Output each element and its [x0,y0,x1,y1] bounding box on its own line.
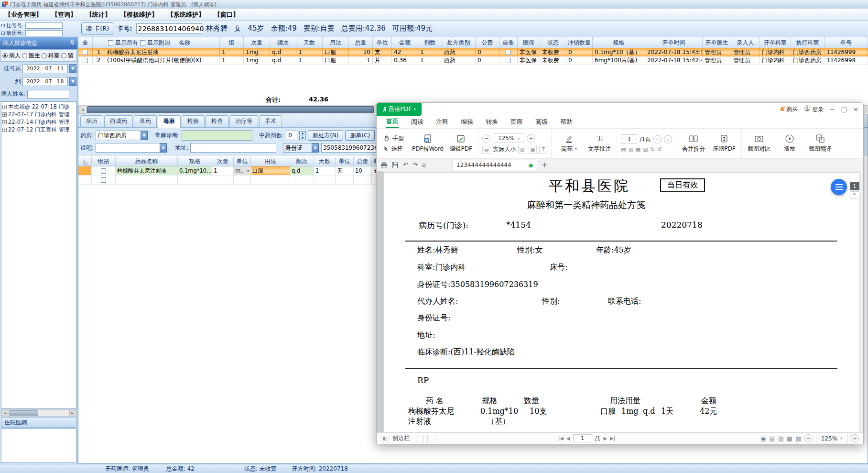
self-checkbox[interactable] [506,50,511,55]
hand-tool-button[interactable]: 手型 [383,134,404,143]
actual-size-label[interactable]: 实际大小 [493,145,516,154]
tab-herbal[interactable]: 草药 [134,115,157,127]
id-type-select[interactable]: 身份证▼ [283,143,319,153]
scroll-left-button[interactable]: ◄ [78,106,87,114]
menu-system[interactable]: 【系统维护】 [167,11,205,19]
radio-stay[interactable] [61,53,66,58]
dropdown-icon[interactable]: ▼ [312,143,319,153]
dropdown-icon[interactable]: ▼ [160,143,167,153]
book-view-icon[interactable]: ▦ [636,146,640,153]
continuous-icon[interactable]: ▥ [778,435,783,442]
buy-button[interactable]: K 购买 [780,105,798,113]
collapsed-sidebar-strip[interactable] [377,171,383,432]
date-to-dropdown-icon[interactable]: ▼ [69,77,76,86]
tab-lab-test[interactable]: 检验 [182,115,205,127]
herb-doses-stepper[interactable]: ▲▼ [299,131,306,140]
next-page-icon[interactable]: › [664,135,672,143]
show-all-checkbox[interactable] [108,40,113,45]
ribbon-tab-home[interactable]: 首页 [386,116,399,128]
inpatient-orders-header[interactable]: 住院医嘱 [1,417,76,428]
visit-item[interactable]: +22-07-14 门诊内科 管理 [2,118,76,126]
new-rx-button[interactable]: 新处方(N) [308,130,343,141]
first-page-icon[interactable]: |◀ [558,436,564,441]
row-checkbox[interactable] [83,58,88,63]
scrollbar-thumb[interactable] [87,106,374,113]
spin-down-icon[interactable]: ▼ [299,136,306,140]
minimize-button[interactable]: − [830,106,835,113]
card-no-input[interactable]: 226883101406940 [136,23,202,33]
fit-width-icon[interactable]: ▥ [518,146,526,154]
prev-page-icon[interactable]: ‹ [653,135,662,143]
prev-page-icon[interactable]: ◀ [566,436,570,441]
ribbon-tab-help[interactable]: 帮助 [560,116,573,128]
compress-pdf-button[interactable]: 压缩PDF [711,134,738,153]
visit-item[interactable]: +本次就诊 22-07-18 门诊 [2,103,76,110]
scroll-view-icon[interactable]: ▧ [643,146,648,153]
ribbon-tab-advanced[interactable]: 高级 [535,116,548,128]
zoom-select[interactable]: 125%▾ [493,133,524,143]
tree-expand-icon[interactable]: + [2,112,7,117]
page-number-input[interactable]: 1 [573,434,592,442]
date-to-input[interactable]: 2022 - 07 - 18 [22,77,68,86]
sidebar-toggle-icon[interactable]: ◧ [381,435,389,442]
patient-name-input[interactable] [27,90,69,99]
single-page-icon[interactable]: ▤ [621,146,626,153]
read-card-button[interactable]: 读 卡(R) [81,22,113,34]
book-icon[interactable]: ▧ [796,435,801,442]
pin-icon[interactable] [70,40,75,47]
fit-page-icon[interactable]: ▤ [482,146,490,154]
radio-dept[interactable] [42,53,47,58]
note-select[interactable]: ▼ [96,143,167,153]
pharmacy-select[interactable]: 门诊西药房▼ [96,131,148,140]
zoom-in-icon[interactable]: + [527,134,535,143]
show-extra-checkbox[interactable] [140,40,145,45]
screenshot-compare-button[interactable]: 截图对比 [746,134,772,153]
floating-assistant-button[interactable] [831,179,847,195]
herb-doses-input[interactable]: 0 [286,131,297,140]
diagnosis-input[interactable] [182,130,252,141]
save-icon[interactable] [392,162,399,168]
double-page-icon[interactable]: ▥ [629,146,633,153]
menu-business[interactable]: 【业务管理】 [5,11,42,19]
row-checkbox[interactable] [101,168,106,174]
visit-item[interactable]: +22-07-17 门诊内科 管理 [2,110,76,118]
zoom-in-icon[interactable]: + [851,434,859,442]
close-button[interactable]: × [853,106,858,113]
scroll-left-button[interactable]: ◄ [1,410,8,416]
ribbon-tab-read[interactable]: 阅读 [411,116,423,128]
back-view-icon[interactable] [416,435,424,442]
single-page-icon[interactable]: ▤ [770,435,775,442]
tab-medical-record[interactable]: 病历 [80,115,103,127]
forward-view-icon[interactable] [427,435,435,442]
tab-narcotics[interactable]: 毒麻 [158,115,181,128]
row-checkbox[interactable] [101,177,106,183]
date-from-input[interactable]: 2022 - 07 - 11 [22,64,68,73]
facing-icon[interactable]: ▦ [787,435,792,442]
maximize-button[interactable]: □ [841,106,847,113]
sidebar-toggle-label[interactable]: 侧边栏 [392,434,410,442]
zoom-select[interactable]: 125%▾ [816,434,847,443]
pdf-brand-button[interactable]: λ 迅读PDF ▾ [377,103,422,116]
rotate-ccw-icon[interactable]: ↺ [657,146,662,153]
tab-surgery[interactable]: 手术 [259,115,282,127]
rotate-cw-icon[interactable]: ↻ [651,146,655,153]
address-input[interactable] [190,143,276,153]
header-all[interactable]: 全 [78,37,93,48]
login-button[interactable]: 登录 [804,105,824,114]
edit-pdf-button[interactable]: 编辑PDF [447,134,474,153]
tree-expand-icon[interactable]: + [2,105,7,109]
ribbon-tab-convert[interactable]: 转换 [486,116,498,128]
collapse-toolbar-button[interactable]: ^ [850,191,859,199]
scrollbar-thumb[interactable] [9,410,38,416]
document-tab[interactable]: 123444444444444 ● [452,160,537,170]
tree-expand-icon[interactable]: + [2,128,7,132]
menu-query[interactable]: 【查询】 [52,11,76,19]
ribbon-tab-annotate[interactable]: 注释 [436,116,448,128]
tab-treatment[interactable]: 治疗等 [229,115,258,127]
play-button[interactable]: 播放 [776,134,803,153]
menu-window[interactable]: 【窗口】 [214,11,239,19]
page-number-input[interactable]: 1 [621,134,637,144]
menu-statistics[interactable]: 【统计】 [86,11,111,19]
text-note-button[interactable]: T 文字批注 [586,134,613,153]
tab-examination[interactable]: 检查 [206,115,228,127]
